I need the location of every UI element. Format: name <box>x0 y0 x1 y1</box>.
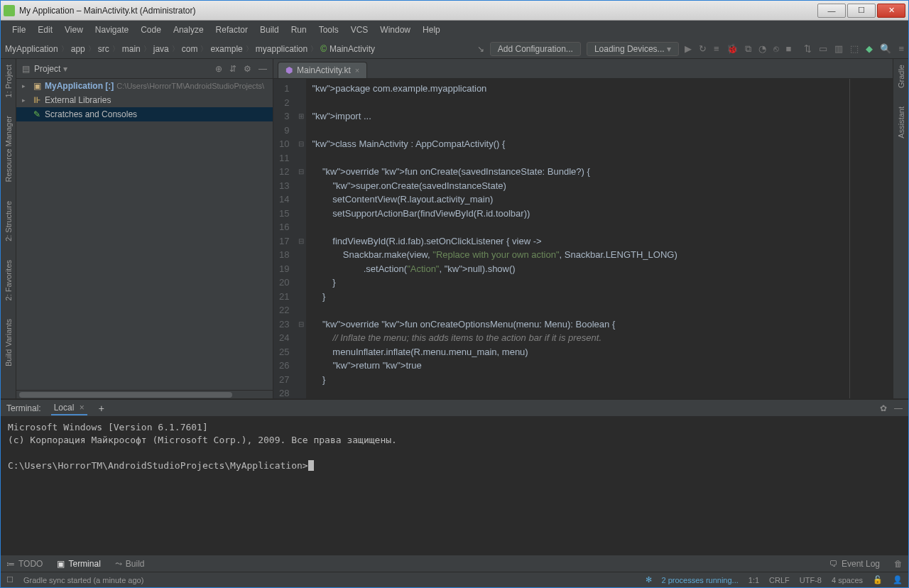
terminal-hide-icon[interactable]: — <box>894 403 903 413</box>
resource-icon[interactable]: ◆ <box>866 43 873 55</box>
locate-icon[interactable]: ⊕ <box>215 64 222 74</box>
tree-node-scratch[interactable]: ✎Scratches and Consoles <box>16 107 273 121</box>
breadcrumb-item[interactable]: MainActivity <box>330 44 375 54</box>
editor-tab-mainactivity[interactable]: ⬢ MainActivity.kt × <box>278 62 367 78</box>
debug-icon[interactable]: 🐞 <box>726 43 738 55</box>
editor-area: ⬢ MainActivity.kt × 1 2 3 9 10 11 12 13 … <box>273 59 893 398</box>
menu-file[interactable]: File <box>6 23 31 36</box>
tool-strip-2-structure[interactable]: 2: Structure <box>4 198 13 244</box>
run-icon[interactable]: ▶ <box>685 43 692 55</box>
breadcrumb-item[interactable]: example <box>210 44 242 54</box>
menubar: FileEditViewNavigateCodeAnalyzeRefactorB… <box>1 21 908 39</box>
app-icon <box>4 5 15 16</box>
fold-column[interactable]: ⊞ ⊟ ⊟ ⊟ ⊟ <box>296 79 306 398</box>
file-encoding[interactable]: UTF-8 <box>800 576 822 584</box>
breadcrumb-item[interactable]: MyApplication <box>5 44 58 54</box>
build-tab[interactable]: ⤳Build <box>115 559 145 569</box>
event-log-tab[interactable]: 🗨Event Log <box>829 559 880 569</box>
menu-build[interactable]: Build <box>254 23 285 36</box>
stop-icon[interactable]: ■ <box>786 43 792 55</box>
todo-tab[interactable]: ≔TODO <box>6 559 43 569</box>
menu-window[interactable]: Window <box>374 23 416 36</box>
breadcrumb-item[interactable]: app <box>71 44 85 54</box>
toolbar-overflow-icon[interactable]: ≡ <box>898 43 904 55</box>
processes-running[interactable]: 2 processes running... <box>662 576 739 584</box>
build-icon: ⤳ <box>115 559 122 569</box>
project-header: ▤ Project ⊕ ⇵ ⚙ — <box>16 59 273 79</box>
terminal-tab[interactable]: ▣Terminal <box>57 559 100 569</box>
devices-dropdown[interactable]: Loading Devices... <box>587 42 679 56</box>
titlebar: My Application – MainActivity.kt (Admini… <box>1 1 908 21</box>
menu-view[interactable]: View <box>59 23 89 36</box>
event-log-icon: 🗨 <box>829 559 838 569</box>
status-message: Gradle sync started (a minute ago) <box>23 576 143 584</box>
menu-vcs[interactable]: VCS <box>345 23 374 36</box>
breadcrumb: MyApplication〉app〉src〉main〉java〉com〉exam… <box>5 44 477 54</box>
menu-help[interactable]: Help <box>417 23 446 36</box>
terminal-settings-icon[interactable]: ✿ <box>880 403 887 413</box>
collapse-icon[interactable]: ⇵ <box>229 64 236 74</box>
tool-strip-build-variants[interactable]: Build Variants <box>4 316 13 369</box>
kotlin-file-icon: ⬢ <box>285 65 293 75</box>
layout-inspector-icon[interactable]: ⬚ <box>850 43 859 55</box>
breadcrumb-item[interactable]: src <box>98 44 109 54</box>
avd-icon[interactable]: ▭ <box>819 43 827 55</box>
close-button[interactable]: ✕ <box>877 4 905 18</box>
tool-strip-resource-manager[interactable]: Resource Manager <box>4 113 13 185</box>
cursor-position[interactable]: 1:1 <box>749 576 759 584</box>
settings-gear-icon[interactable]: ⚙ <box>244 64 251 74</box>
menu-analyze[interactable]: Analyze <box>168 23 209 36</box>
menu-refactor[interactable]: Refactor <box>210 23 254 36</box>
menu-navigate[interactable]: Navigate <box>89 23 134 36</box>
readonly-lock-icon[interactable]: 🔓 <box>873 575 883 584</box>
indent-setting[interactable]: 4 spaces <box>832 576 863 584</box>
line-separator[interactable]: CRLF <box>769 576 790 584</box>
tree-node-lib[interactable]: ▸⊪External Libraries <box>16 93 273 107</box>
menu-tools[interactable]: Tools <box>313 23 344 36</box>
left-tool-strip: 1: ProjectResource Manager2: Structure2:… <box>1 59 16 398</box>
breadcrumb-item[interactable]: myapplication <box>256 44 307 54</box>
editor-tabs: ⬢ MainActivity.kt × <box>273 59 893 79</box>
breadcrumb-item[interactable]: java <box>153 44 169 54</box>
code-area[interactable]: 1 2 3 9 10 11 12 13 14 15 16 17 18 19 20… <box>273 79 893 398</box>
editor-tab-label: MainActivity.kt <box>297 65 351 75</box>
sync-icon[interactable]: ⇅ <box>804 43 812 55</box>
breadcrumb-item[interactable]: com <box>182 44 198 54</box>
minimize-button[interactable]: — <box>817 4 846 18</box>
code-content[interactable]: "kw">package com.example.myapplication "… <box>306 79 850 398</box>
search-icon[interactable]: 🔍 <box>880 43 891 55</box>
tool-strip-1-project[interactable]: 1: Project <box>4 62 13 100</box>
tool-strip-2-favorites[interactable]: 2: Favorites <box>4 257 13 303</box>
terminal-label: Terminal: <box>6 403 41 413</box>
attach-icon[interactable]: ⎋ <box>773 43 779 55</box>
breadcrumb-item[interactable]: main <box>122 44 141 54</box>
coverage-icon[interactable]: ⧉ <box>745 43 751 55</box>
todo-icon: ≔ <box>6 559 15 569</box>
minimap[interactable] <box>850 79 893 398</box>
terminal-add-tab-icon[interactable]: + <box>99 403 104 414</box>
tool-strip-gradle[interactable]: Gradle <box>897 62 905 91</box>
menu-edit[interactable]: Edit <box>32 23 58 36</box>
project-tree[interactable]: ▸▣MyApplication [:] C:\Users\HorrorTM\An… <box>16 79 273 390</box>
debug-restart-icon[interactable]: ↻ <box>699 43 707 55</box>
hide-icon[interactable]: — <box>258 64 267 74</box>
profile-icon[interactable]: ◔ <box>758 43 766 55</box>
tool-strip-assistant[interactable]: Assistant <box>897 104 905 141</box>
close-tab-icon[interactable]: × <box>355 66 359 75</box>
project-view-selector[interactable]: Project <box>34 64 215 74</box>
inspection-icon[interactable]: 👤 <box>893 575 903 584</box>
terminal-tab-close-icon[interactable]: × <box>80 403 85 413</box>
maximize-button[interactable]: ☐ <box>847 4 876 18</box>
run-target-dropdown-icon[interactable]: ↘ <box>477 44 484 54</box>
bottombar-overflow-icon[interactable]: 🗑 <box>894 559 903 569</box>
terminal-body[interactable]: Microsoft Windows [Version 6.1.7601] (c)… <box>1 417 908 555</box>
add-configuration-button[interactable]: Add Configuration... <box>490 42 581 56</box>
project-horizontal-scrollbar[interactable] <box>16 390 273 398</box>
tree-node-root[interactable]: ▸▣MyApplication [:] C:\Users\HorrorTM\An… <box>16 79 273 93</box>
window-buttons: — ☐ ✕ <box>817 4 905 18</box>
menu-run[interactable]: Run <box>285 23 312 36</box>
sdk-icon[interactable]: ▥ <box>834 43 843 55</box>
menu-code[interactable]: Code <box>135 23 167 36</box>
run-profile-icon[interactable]: ≡ <box>714 43 719 55</box>
terminal-tab-local[interactable]: Local × <box>51 401 87 415</box>
